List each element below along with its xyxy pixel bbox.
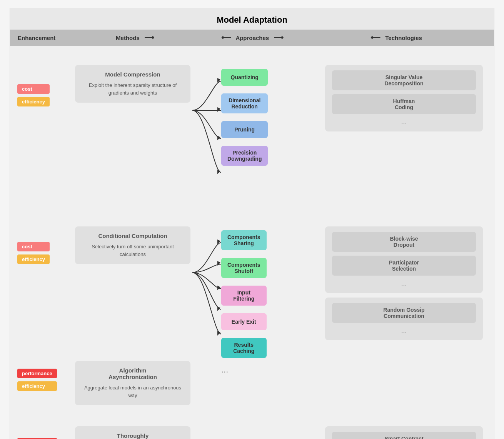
approach-components-sharing: ComponentsSharing — [221, 230, 267, 250]
tech-ellipsis-2b: ... — [332, 327, 476, 335]
method-title-compression: Model Compression — [82, 71, 184, 78]
badge-cost-2: cost — [17, 242, 50, 251]
tech-box-section4: Smart Contract Game Theory ... — [325, 426, 483, 439]
svg-marker-3 — [217, 170, 220, 174]
svg-marker-1 — [217, 107, 220, 112]
badge-efficiency-2: efficiency — [17, 254, 50, 264]
tech-participator-selection: ParticipatorSelection — [332, 256, 476, 276]
approach-pruning: Pruning — [221, 121, 268, 138]
approaches-section2: ComponentsSharing ComponentsShutoff Inpu… — [221, 230, 267, 362]
tech-ellipsis-1: ... — [332, 118, 476, 126]
approach-precision-downgrading: PrecisionDowngrading — [221, 146, 268, 166]
svg-marker-6 — [217, 286, 220, 290]
method-title-decentralization: ThoroughlyDecentralization — [82, 432, 184, 439]
svg-marker-8 — [217, 331, 220, 336]
page-title: Model Adaptation — [10, 8, 494, 30]
section2-badges: cost efficiency — [17, 242, 50, 264]
header-approaches: ⟵ Approaches ⟶ — [199, 33, 306, 42]
svg-marker-2 — [217, 136, 220, 140]
approach-early-exit: Early Exit — [221, 313, 267, 330]
approach-input-filtering: InputFiltering — [221, 286, 267, 306]
header-methods: Methods ⟶ — [72, 33, 199, 42]
method-title-conditional: Conditional Computation — [82, 233, 184, 239]
tech-svd: Singular ValueDecomposition — [332, 70, 476, 90]
approach-components-shutoff: ComponentsShutoff — [221, 258, 267, 278]
section3-badges: performance efficiency — [17, 369, 57, 391]
tech-box-section2: Block-wiseDropout ParticipatorSelection … — [325, 226, 483, 340]
tech-huffman: HuffmanCoding — [332, 94, 476, 114]
section1-badges: cost efficiency — [17, 84, 50, 106]
tech-random-gossip: Random GossipCommunication — [332, 303, 476, 323]
badge-cost-1: cost — [17, 84, 50, 94]
tech-box-section1: Singular ValueDecomposition HuffmanCodin… — [325, 65, 483, 131]
svg-marker-7 — [217, 306, 220, 311]
method-box-conditional: Conditional Computation Selectively turn… — [75, 226, 192, 264]
dots-separator: ... — [221, 365, 228, 375]
approach-results-caching: ResultsCaching — [221, 338, 267, 358]
approach-quantizing: Quantizing — [221, 69, 268, 86]
method-desc-compression: Exploit the inherent sparsity structure … — [82, 81, 184, 96]
approach-dimensional-reduction: DimensionalReduction — [221, 93, 268, 113]
approaches-section1: Quantizing DimensionalReduction Pruning … — [221, 69, 268, 170]
header-row: Enhancement Methods ⟶ ⟵ Approaches ⟶ ⟵ T… — [10, 30, 494, 46]
method-title-async: AlgorithmAsynchronization — [82, 367, 184, 380]
method-box-compression: Model Compression Exploit the inherent s… — [75, 65, 192, 103]
method-desc-conditional: Selectively turn off some unimportant ca… — [82, 243, 184, 258]
badge-efficiency-1: efficiency — [17, 97, 50, 106]
method-box-async: AlgorithmAsynchronization Aggregate loca… — [75, 361, 192, 405]
method-box-decentralization: ThoroughlyDecentralization Remove the ce… — [75, 426, 192, 439]
method-desc-async: Aggregate local models in an asynchronou… — [82, 384, 184, 399]
svg-marker-5 — [217, 261, 220, 266]
tech-smart-contract: Smart Contract — [332, 432, 476, 439]
tech-blockwise-dropout: Block-wiseDropout — [332, 232, 476, 252]
tech-ellipsis-2a: ... — [332, 279, 476, 288]
badge-performance-3: performance — [17, 369, 57, 378]
svg-marker-0 — [217, 78, 220, 83]
svg-marker-4 — [217, 239, 220, 244]
header-enhancement: Enhancement — [18, 35, 72, 41]
badge-efficiency-3: efficiency — [17, 381, 57, 391]
header-technologies: ⟵ Technologies — [306, 33, 486, 42]
